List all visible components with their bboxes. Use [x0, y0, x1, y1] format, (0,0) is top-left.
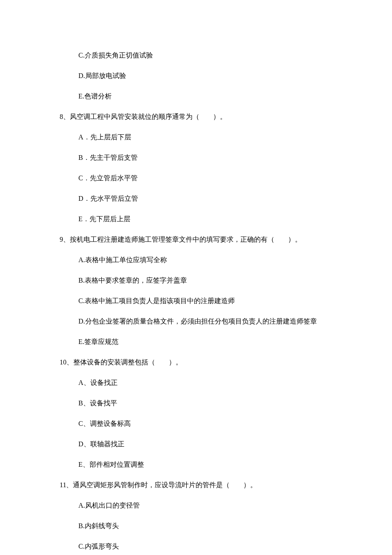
question-stem: 10、整体设备的安装调整包括（ ）。: [60, 357, 332, 367]
option-text: A.表格中施工单位应填写全称: [78, 255, 332, 265]
option-text: C．先立管后水平管: [78, 173, 332, 183]
option-text: E.签章应规范: [78, 337, 332, 347]
option-text: A.风机出口的变径管: [78, 500, 332, 511]
option-text: B.内斜线弯头: [78, 521, 332, 531]
option-text: D.局部放电试验: [78, 71, 332, 81]
option-text: B．先主干管后支管: [78, 153, 332, 163]
option-text: C.表格中施工项目负责人是指该项目中的注册建造师: [78, 296, 332, 306]
question-stem: 11、通风空调矩形风管制作时，应设导流叶片的管件是（ ）。: [60, 480, 332, 490]
option-text: A．先上层后下层: [78, 132, 332, 142]
option-text: C.介质损失角正切值试验: [78, 50, 332, 61]
question-stem: 8、风空调工程中风管安装就位的顺序通常为（ ）。: [60, 112, 332, 122]
option-text: A、设备找正: [78, 378, 332, 388]
question-stem: 9、按机电工程注册建造师施工管理签章文件中的填写要求，正确的有（ ）。: [60, 234, 332, 245]
option-text: B、设备找平: [78, 398, 332, 408]
option-text: D.分包企业签署的质量合格文件，必须由担任分包项目负责人的注册建造师签章: [78, 316, 332, 327]
option-text: C.内弧形弯头: [78, 541, 332, 552]
option-text: D、联轴器找正: [78, 439, 332, 449]
option-text: E、部件相对位置调整: [78, 460, 332, 470]
page: C.介质损失角正切值试验 D.局部放电试验 E.色谱分析 8、风空调工程中风管安…: [0, 0, 392, 555]
option-text: E．先下层后上层: [78, 214, 332, 224]
option-text: E.色谱分析: [78, 91, 332, 101]
option-text: C、调整设备标高: [78, 419, 332, 429]
option-text: D．先水平管后立管: [78, 194, 332, 204]
option-text: B.表格中要求签章的，应签字并盖章: [78, 275, 332, 286]
